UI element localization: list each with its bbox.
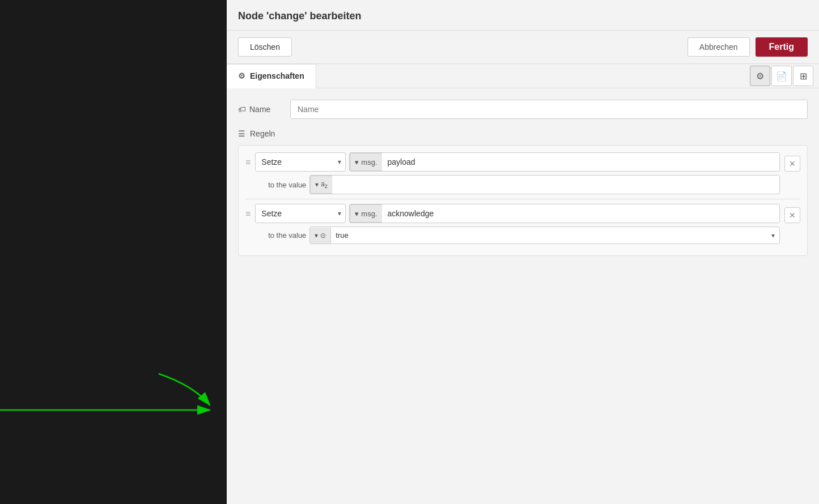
rules-label-text: Regeln <box>250 129 275 138</box>
target-input-1[interactable] <box>382 153 779 171</box>
rule-separator-1 <box>245 199 800 199</box>
canvas-area <box>0 0 227 504</box>
name-label-text: Name <box>249 105 270 114</box>
rule-item-1: ≡ Setze Ändere Lösche Verschiebe <box>245 152 800 194</box>
rule-value-row-1: to the value ▾ az <box>255 175 780 194</box>
to-the-value-label-1: to the value <box>255 181 306 189</box>
rule-body-1: Setze Ändere Lösche Verschiebe ▾ msg. <box>255 152 780 194</box>
tab-properties-label: Eigenschaften <box>250 71 304 80</box>
msg-prefix-2[interactable]: ▾ msg. <box>350 204 381 223</box>
target-input-2[interactable] <box>382 204 779 223</box>
rules-container: ≡ Setze Ändere Lösche Verschiebe <box>238 145 808 256</box>
msg-label-1: msg. <box>361 158 377 166</box>
dropdown-arrow-type-1: ▾ <box>315 181 319 189</box>
toolbar: Löschen Abbrechen Fertig <box>227 31 819 64</box>
to-the-value-label-2: to the value <box>255 231 306 240</box>
cancel-button[interactable]: Abbrechen <box>688 37 750 57</box>
bool-type-indicator-2[interactable]: ▾ ⊙ <box>310 228 331 244</box>
tab-appearance-btn[interactable]: ⊞ <box>793 66 813 86</box>
bool-chevron-icon-2: ▾ <box>767 228 779 244</box>
action-select-2[interactable]: Setze Ändere Lösche Verschiebe <box>255 204 346 223</box>
dropdown-arrow-2: ▾ <box>355 210 359 218</box>
delete-rule-1[interactable]: ✕ <box>784 156 800 172</box>
dropdown-arrow-bool-2: ▾ <box>315 232 318 240</box>
delete-rule-2[interactable]: ✕ <box>784 207 800 223</box>
rule-body-2: Setze Ändere Lösche Verschiebe ▾ msg. <box>255 204 780 244</box>
value-input-1[interactable] <box>332 176 779 194</box>
action-select-wrapper-1: Setze Ändere Lösche Verschiebe <box>255 152 346 172</box>
tab-description-btn[interactable]: 📄 <box>771 66 792 86</box>
tab-settings-btn[interactable]: ⚙ <box>750 66 770 86</box>
rule-value-row-2: to the value ▾ ⊙ true false ▾ <box>255 227 780 244</box>
tab-actions: ⚙ 📄 ⊞ <box>750 66 819 86</box>
action-select-wrapper-2: Setze Ändere Lösche Verschiebe <box>255 204 346 223</box>
rule-top-row-1: Setze Ändere Lösche Verschiebe ▾ msg. <box>255 152 780 172</box>
action-select-1[interactable]: Setze Ändere Lösche Verschiebe <box>255 152 346 172</box>
edit-panel: Node 'change' bearbeiten Löschen Abbrech… <box>227 0 819 504</box>
value-type-btn-1[interactable]: ▾ az <box>310 176 332 194</box>
list-icon: ☰ <box>238 129 245 138</box>
rule-item-2: ≡ Setze Ändere Lösche Verschiebe <box>245 204 800 244</box>
tab-properties[interactable]: ⚙ Eigenschaften <box>227 64 316 88</box>
dropdown-arrow-1: ▾ <box>355 158 359 166</box>
content-area: 🏷 Name ☰ Regeln ≡ Setze <box>227 88 819 504</box>
msg-prefix-1[interactable]: ▾ msg. <box>350 153 381 171</box>
target-field-1: ▾ msg. <box>349 152 780 172</box>
tabs-row: ⚙ Eigenschaften ⚙ 📄 ⊞ <box>227 64 819 88</box>
bool-type-icon-2: ⊙ <box>320 232 326 240</box>
panel-header: Node 'change' bearbeiten <box>227 0 819 31</box>
drag-handle-1[interactable]: ≡ <box>245 152 251 167</box>
delete-button[interactable]: Löschen <box>238 37 292 57</box>
rules-section-label: ☰ Regeln <box>238 129 808 138</box>
value-type-icon-1: az <box>321 180 328 189</box>
bool-dropdown-2: ▾ ⊙ true false ▾ <box>309 227 780 244</box>
name-label: 🏷 Name <box>238 105 283 114</box>
name-field-row: 🏷 Name <box>238 100 808 119</box>
bool-select-2[interactable]: true false <box>331 227 767 244</box>
tag-icon: 🏷 <box>238 105 246 114</box>
target-field-2: ▾ msg. <box>349 204 780 223</box>
msg-label-2: msg. <box>361 210 377 218</box>
done-button[interactable]: Fertig <box>756 37 808 57</box>
gear-icon: ⚙ <box>238 71 245 80</box>
name-input[interactable] <box>290 100 808 119</box>
panel-title: Node 'change' bearbeiten <box>238 10 362 22</box>
drag-handle-2[interactable]: ≡ <box>245 204 251 219</box>
value-area-1: ▾ az <box>309 175 780 194</box>
rule-top-row-2: Setze Ändere Lösche Verschiebe ▾ msg. <box>255 204 780 223</box>
